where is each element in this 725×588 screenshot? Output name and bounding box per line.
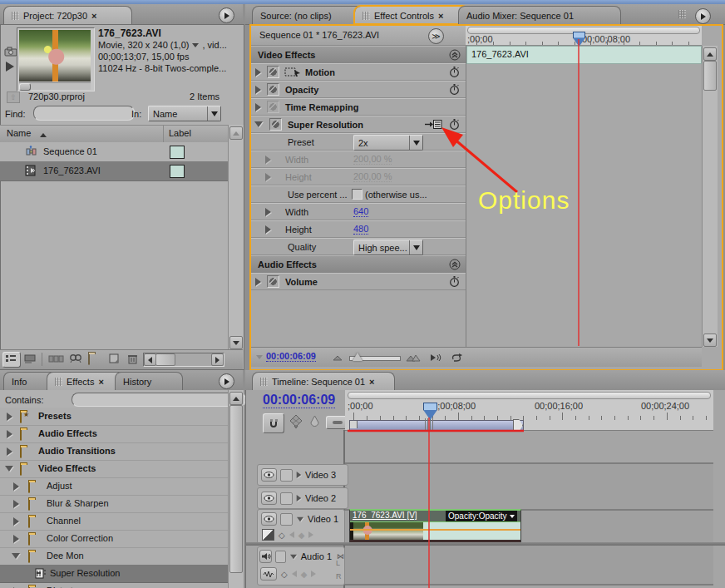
- timeline-current-timecode[interactable]: 00:00:06:09: [263, 393, 335, 408]
- quality-dropdown[interactable]: High spee...: [353, 240, 423, 255]
- tree-row-adjust[interactable]: Adjust: [0, 477, 228, 496]
- disclosure-icon[interactable]: [265, 156, 271, 164]
- label-swatch[interactable]: [170, 146, 185, 159]
- tree-label[interactable]: Super Resolution: [50, 568, 120, 578]
- tree-label[interactable]: Presets: [38, 411, 72, 421]
- work-area-bar[interactable]: [349, 420, 524, 431]
- tree-row-audio-transitions[interactable]: Audio Transitions: [0, 442, 228, 461]
- use-percent-checkbox[interactable]: [352, 189, 362, 200]
- zoom-out-icon[interactable]: [333, 355, 343, 361]
- fx-toggle-icon[interactable]: [267, 66, 279, 78]
- scroll-down-button[interactable]: [229, 336, 243, 349]
- ec-row-opacity[interactable]: Opacity: [251, 81, 466, 98]
- stopwatch-icon[interactable]: [449, 118, 460, 131]
- tree-label[interactable]: Audio Effects: [38, 428, 97, 438]
- set-unnumbered-marker-button[interactable]: [309, 415, 320, 428]
- ec-row-volume[interactable]: Volume: [251, 273, 466, 290]
- preview-scrubber-handle[interactable]: [19, 83, 31, 91]
- contains-input[interactable]: [72, 393, 246, 407]
- snap-button[interactable]: [263, 413, 284, 433]
- new-bin-button[interactable]: [88, 354, 90, 364]
- disclosure-icon[interactable]: [254, 121, 263, 127]
- tree-row-channel[interactable]: Channel: [0, 512, 228, 531]
- tree-row-dee-mon[interactable]: Dee Mon: [0, 547, 228, 566]
- tree-label[interactable]: Color Correction: [47, 533, 113, 543]
- scroll-right-button[interactable]: [211, 353, 224, 366]
- disclosure-icon[interactable]: [7, 430, 12, 438]
- track-lock-box[interactable]: [280, 492, 293, 505]
- new-item-button[interactable]: [108, 353, 121, 365]
- ec-clip-bar[interactable]: 176_7623.AVI: [466, 46, 702, 64]
- disclosure-icon[interactable]: [12, 553, 20, 559]
- project-row-sequence[interactable]: Sequence 01: [0, 142, 228, 162]
- disclosure-icon[interactable]: [265, 208, 271, 216]
- find-button[interactable]: [68, 353, 83, 364]
- video2-track-label[interactable]: Video 2: [305, 493, 336, 503]
- ec-split-divider[interactable]: [466, 46, 466, 347]
- next-keyframe-icon[interactable]: [311, 571, 316, 577]
- ec-row-super-resolution[interactable]: Super Resolution: [251, 116, 466, 133]
- tree-row-audio-effects[interactable]: Audio Effects: [0, 425, 228, 443]
- tree-row-video-effects[interactable]: Video Effects: [0, 460, 228, 478]
- disclosure-icon[interactable]: [255, 278, 261, 286]
- disclosure-icon[interactable]: [255, 68, 261, 77]
- track-lock-box[interactable]: [280, 469, 293, 482]
- effects-panel-menu-button[interactable]: [219, 373, 234, 389]
- ec-row-time-remapping[interactable]: Time Remapping: [251, 98, 466, 116]
- disclosure-icon[interactable]: [13, 500, 19, 508]
- ec-current-timecode[interactable]: 00:00:06:09: [266, 351, 316, 362]
- tree-label[interactable]: Audio Transitions: [38, 446, 116, 456]
- project-panel-menu-button[interactable]: [219, 7, 234, 23]
- add-keyframe-icon[interactable]: ◆: [301, 570, 308, 579]
- project-row-clip[interactable]: 176_7623.AVI: [0, 161, 228, 181]
- opacity-rubber-band[interactable]: [350, 529, 520, 531]
- preset-dropdown[interactable]: 2x: [353, 135, 423, 151]
- find-input[interactable]: [33, 106, 135, 121]
- timeline-clip[interactable]: 176_7623.AVI [V] Opacity:Opacity: [349, 509, 521, 545]
- set-display-style-button[interactable]: [262, 529, 274, 541]
- disclosure-icon[interactable]: [13, 535, 19, 543]
- video3-track-label[interactable]: Video 3: [305, 470, 336, 480]
- keyframe-icon[interactable]: ◇: [281, 570, 288, 579]
- automate-to-sequence-button[interactable]: [48, 353, 65, 364]
- ec-row-motion[interactable]: Motion: [251, 63, 466, 81]
- zoom-slider-handle[interactable]: [353, 353, 362, 361]
- fx-toggle-icon[interactable]: [267, 101, 279, 113]
- disclosure-icon[interactable]: [13, 517, 19, 526]
- ec-super-resolution-label[interactable]: Super Resolution: [288, 120, 363, 130]
- effects-scroll-thumb[interactable]: [229, 405, 243, 573]
- prev-keyframe-icon[interactable]: [292, 571, 297, 577]
- column-label[interactable]: Label: [169, 128, 191, 138]
- effect-controls-menu-button[interactable]: [695, 8, 711, 24]
- scroll-down-button[interactable]: [703, 334, 717, 347]
- toggle-track-output-button[interactable]: [261, 512, 277, 526]
- tree-label[interactable]: Blur & Sharpen: [47, 498, 109, 508]
- timeline-zoom-bar[interactable]: [348, 392, 711, 399]
- zoom-slider[interactable]: [349, 356, 401, 361]
- work-area-start-handle[interactable]: [350, 421, 358, 428]
- prev-keyframe-icon[interactable]: [289, 531, 294, 538]
- add-keyframe-icon[interactable]: ◆: [298, 531, 305, 540]
- stopwatch-icon[interactable]: [449, 66, 460, 78]
- ec-audio-effects-header[interactable]: Audio Effects: [251, 255, 466, 273]
- disclosure-icon[interactable]: [7, 447, 12, 456]
- icon-view-button[interactable]: [22, 352, 38, 366]
- width-value[interactable]: 640: [353, 206, 368, 217]
- setup-icon[interactable]: [424, 119, 442, 130]
- close-icon[interactable]: ×: [91, 12, 96, 20]
- scroll-up-button[interactable]: [703, 47, 717, 61]
- close-icon[interactable]: ×: [98, 378, 103, 386]
- disclosure-icon[interactable]: [265, 225, 271, 234]
- hscroll-thumb[interactable]: [155, 353, 175, 366]
- tab-history[interactable]: History: [115, 372, 183, 390]
- parent-bin-icon[interactable]: ⇧: [7, 91, 20, 103]
- toggle-track-audio-button[interactable]: [259, 550, 272, 563]
- scroll-left-button[interactable]: [144, 353, 156, 366]
- ec-opacity-label[interactable]: Opacity: [285, 85, 318, 95]
- tree-label[interactable]: Adjust: [47, 481, 72, 491]
- ec-scroll-thumb[interactable]: [703, 61, 717, 91]
- preview-thumbnail[interactable]: [19, 30, 91, 82]
- set-encore-marker-button[interactable]: [289, 414, 303, 429]
- project-hscrollbar[interactable]: [143, 353, 224, 367]
- tab-project[interactable]: Project: 720p30 ×: [3, 6, 132, 24]
